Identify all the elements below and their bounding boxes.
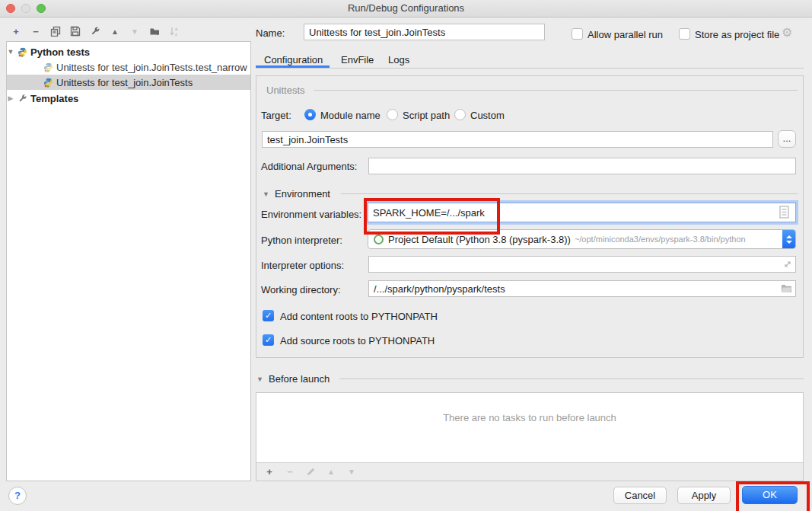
tree-item-python-tests[interactable]: ▼ Python tests xyxy=(7,44,250,59)
additional-arguments-label: Additional Arguments: xyxy=(261,161,357,172)
titlebar: Run/Debug Configurations xyxy=(0,0,812,18)
radio-custom-label: Custom xyxy=(470,110,505,121)
remove-configuration-button[interactable]: − xyxy=(30,25,42,37)
module-name-input[interactable] xyxy=(262,131,773,148)
chevron-right-icon[interactable]: ▶ xyxy=(7,94,14,102)
configurations-tree: ▼ Python tests Unittests for test_join.J… xyxy=(6,41,251,481)
python-interpreter-value: Project Default (Python 3.8 (pyspark-3.8… xyxy=(388,234,571,245)
apply-button[interactable]: Apply xyxy=(677,487,731,504)
environment-variables-input[interactable] xyxy=(368,203,796,222)
store-as-project-file-checkbox[interactable] xyxy=(679,28,690,40)
store-settings-gear-icon[interactable]: ⚙ xyxy=(782,25,792,40)
svg-text:z: z xyxy=(175,32,177,37)
name-label: Name: xyxy=(256,27,285,39)
move-down-button[interactable]: ▼ xyxy=(129,25,141,37)
active-tab-underline xyxy=(256,65,330,68)
before-launch-empty-message: There are no tasks to run before launch xyxy=(256,412,803,423)
save-configuration-icon[interactable] xyxy=(69,25,81,37)
tree-item-unittests-jointests[interactable]: Unittests for test_join.JoinTests xyxy=(7,75,250,90)
browse-folder-icon[interactable] xyxy=(781,283,792,293)
tree-item-templates[interactable]: ▶ Templates xyxy=(7,91,250,106)
radio-script-path-label: Script path xyxy=(403,110,450,121)
tabs-divider xyxy=(256,68,804,69)
move-task-down-button[interactable]: ▼ xyxy=(345,466,358,478)
configurations-toolbar: + − ▲ ▼ az xyxy=(10,25,180,37)
svg-text:a: a xyxy=(175,27,178,31)
edit-templates-wrench-icon[interactable] xyxy=(89,25,101,37)
add-content-roots-checkbox[interactable]: ✓ xyxy=(263,310,274,321)
radio-module-name-label: Module name xyxy=(320,110,381,121)
templates-wrench-icon xyxy=(18,94,27,104)
window-title: Run/Debug Configurations xyxy=(0,2,812,14)
python-run-config-icon xyxy=(43,78,53,88)
unittests-group-line xyxy=(314,90,798,91)
run-debug-configurations-dialog: Run/Debug Configurations + − ▲ ▼ az ▼ Py… xyxy=(0,0,812,511)
add-configuration-button[interactable]: + xyxy=(10,25,22,37)
ok-button[interactable]: OK xyxy=(742,486,798,504)
target-label: Target: xyxy=(261,110,291,121)
edit-task-pencil-icon[interactable] xyxy=(304,466,317,478)
tree-item-unittests-test-narrow[interactable]: Unittests for test_join.JoinTests.test_n… xyxy=(7,59,250,75)
tab-logs[interactable]: Logs xyxy=(388,54,409,65)
tab-envfile[interactable]: EnvFile xyxy=(341,54,374,65)
python-run-config-icon xyxy=(43,62,53,72)
unittests-group-title: Unittests xyxy=(263,85,308,96)
sort-configurations-icon[interactable]: az xyxy=(168,25,180,37)
radio-module-name[interactable] xyxy=(304,109,316,120)
new-folder-icon[interactable] xyxy=(148,25,161,37)
add-source-roots-checkbox[interactable]: ✓ xyxy=(263,334,274,346)
store-as-project-file-label: Store as project file xyxy=(695,29,779,40)
environment-section-line xyxy=(341,193,798,194)
python-interpreter-path: ~/opt/miniconda3/envs/pyspark-3.8/bin/py… xyxy=(575,235,746,244)
before-launch-toolbar: + − ▲ ▼ xyxy=(256,462,803,481)
stepper-up-icon xyxy=(786,235,792,238)
tree-item-label: Unittests for test_join.JoinTests xyxy=(56,77,193,88)
radio-custom[interactable] xyxy=(454,109,466,120)
additional-arguments-input[interactable] xyxy=(368,158,796,174)
environment-variables-label: Environment variables: xyxy=(261,209,361,220)
interpreter-options-input[interactable] xyxy=(368,256,796,273)
python-tests-icon xyxy=(18,47,27,57)
browse-button[interactable]: ... xyxy=(778,130,796,148)
environment-collapse-icon[interactable]: ▼ xyxy=(263,190,269,198)
cancel-button[interactable]: Cancel xyxy=(613,487,667,504)
stepper-down-icon xyxy=(786,241,792,244)
before-launch-section-title: Before launch xyxy=(269,373,330,385)
tree-item-label: Templates xyxy=(30,93,78,104)
python-interpreter-label: Python interpreter: xyxy=(261,235,342,246)
conda-env-icon xyxy=(374,235,384,244)
help-button[interactable]: ? xyxy=(8,487,27,505)
environment-section-title: Environment xyxy=(275,188,330,200)
edit-environment-variables-icon[interactable] xyxy=(779,206,789,219)
tree-item-label: Python tests xyxy=(30,46,90,58)
expand-collapse-icon[interactable]: ▼ xyxy=(7,48,14,56)
before-launch-collapse-icon[interactable]: ▼ xyxy=(256,375,263,383)
copy-configuration-icon[interactable] xyxy=(49,25,62,37)
interpreter-options-label: Interpreter options: xyxy=(261,260,344,271)
move-up-button[interactable]: ▲ xyxy=(109,25,121,37)
python-interpreter-combo[interactable]: Project Default (Python 3.8 (pyspark-3.8… xyxy=(368,229,796,249)
add-task-button[interactable]: + xyxy=(263,466,275,478)
working-directory-label: Working directory: xyxy=(261,284,341,295)
radio-script-path[interactable] xyxy=(387,109,398,120)
expand-field-icon[interactable] xyxy=(783,260,792,269)
working-directory-input[interactable] xyxy=(368,280,796,297)
tab-configuration[interactable]: Configuration xyxy=(264,54,323,65)
add-content-roots-label: Add content roots to PYTHONPATH xyxy=(280,311,438,322)
allow-parallel-run-checkbox[interactable] xyxy=(572,28,583,40)
before-launch-section-line xyxy=(339,378,804,379)
name-input[interactable] xyxy=(304,24,545,40)
tree-item-label: Unittests for test_join.JoinTests.test_n… xyxy=(56,62,247,73)
remove-task-button[interactable]: − xyxy=(284,466,296,478)
add-source-roots-label: Add source roots to PYTHONPATH xyxy=(280,335,435,347)
move-task-up-button[interactable]: ▲ xyxy=(325,466,337,478)
allow-parallel-run-label: Allow parallel run xyxy=(588,29,663,40)
combo-stepper-button[interactable] xyxy=(782,230,795,248)
